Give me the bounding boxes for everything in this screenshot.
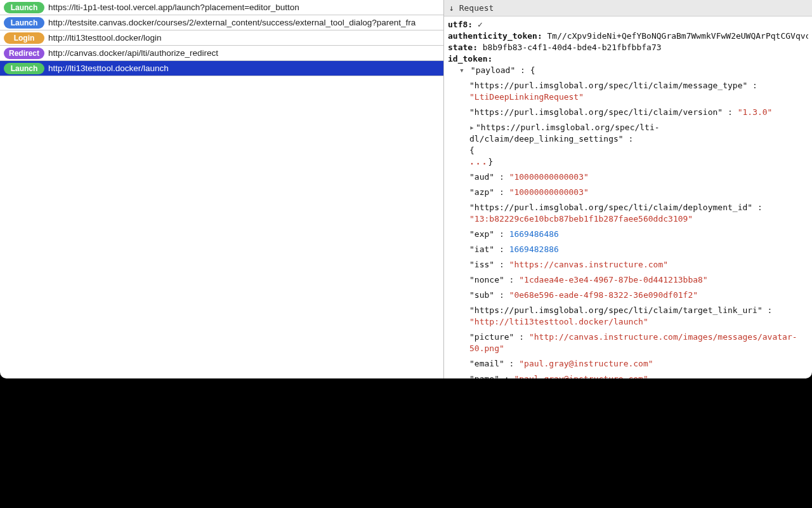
json-entry[interactable]: "iss" : "https://canvas.instructure.com" bbox=[448, 259, 808, 271]
detail-body[interactable]: utf8: ✓ authenticity_token: Tm//cXpv9ide… bbox=[444, 17, 812, 378]
state-field: state: b8b9fb83-c4f1-40d4-bde4-b21fbfbbf… bbox=[448, 42, 808, 53]
json-value: "0e68e596-eade-4f98-8322-36e090df01f2" bbox=[509, 290, 698, 300]
check-icon: ✓ bbox=[478, 20, 483, 29]
json-value: "paul.gray@instructure.com" bbox=[519, 359, 653, 368]
state-label: state: bbox=[448, 43, 478, 52]
json-value: 1669482886 bbox=[509, 244, 559, 254]
request-tag-badge: Launch bbox=[4, 17, 44, 29]
json-key: "https://purl.imsglobal.org/spec/lti/cla… bbox=[469, 203, 752, 212]
request-url: http://lti13testtool.docker/launch bbox=[48, 64, 169, 73]
json-key: "https://purl.imsglobal.org/spec/lti/cla… bbox=[469, 305, 763, 315]
json-key: "sub" bbox=[469, 290, 494, 300]
brace-open: { bbox=[530, 65, 535, 75]
request-row[interactable]: Launchhttps://lti-1p1-test-tool.vercel.a… bbox=[0, 0, 443, 15]
json-entry[interactable]: "email" : "paul.gray@instructure.com" bbox=[448, 358, 808, 370]
request-url: http://lti13testtool.docker/login bbox=[48, 33, 162, 43]
json-entry[interactable]: ▸"https://purl.imsglobal.org/spec/lti-dl… bbox=[448, 122, 808, 168]
request-detail-panel: ↓ Request utf8: ✓ authenticity_token: Tm… bbox=[444, 0, 812, 378]
auth-token-label: authenticity_token: bbox=[448, 31, 542, 41]
json-key: "iss" bbox=[469, 260, 494, 269]
utf8-field: utf8: ✓ bbox=[448, 19, 808, 30]
request-list: Launchhttps://lti-1p1-test-tool.vercel.a… bbox=[0, 0, 444, 378]
json-key: "exp" bbox=[469, 229, 494, 239]
id-token-label: id_token: bbox=[448, 54, 492, 64]
request-direction-icon: ↓ bbox=[449, 3, 454, 13]
json-key: "https://purl.imsglobal.org/spec/lti/cla… bbox=[469, 81, 747, 90]
json-value: "10000000000003" bbox=[509, 187, 589, 197]
request-tag-badge: Launch bbox=[4, 2, 44, 13]
json-value: "13:b82229c6e10bcb87beb1f1b287faee560ddc… bbox=[469, 214, 693, 224]
id-token-field: id_token: bbox=[448, 53, 808, 65]
json-key: "aud" bbox=[469, 172, 494, 182]
request-url: http://testsite.canvas.docker/courses/2/… bbox=[48, 18, 416, 27]
json-key: "picture" bbox=[469, 332, 514, 342]
json-entry[interactable]: "https://purl.imsglobal.org/spec/lti/cla… bbox=[448, 305, 808, 328]
json-key: "iat" bbox=[469, 244, 494, 254]
state-value: b8b9fb83-c4f1-40d4-bde4-b21fbfbbfa73 bbox=[483, 43, 662, 52]
payload-node[interactable]: ▾ "payload" : { bbox=[448, 65, 808, 76]
payload-key: "payload" bbox=[471, 65, 515, 75]
request-row[interactable]: Launchhttp://lti13testtool.docker/launch bbox=[0, 61, 443, 76]
json-value: "https://canvas.instructure.com" bbox=[509, 260, 668, 269]
json-entry[interactable]: "aud" : "10000000000003" bbox=[448, 171, 808, 183]
request-tag-badge: Launch bbox=[4, 63, 44, 74]
json-value: "LtiDeepLinkingRequest" bbox=[469, 92, 584, 102]
caret-right-icon[interactable]: ▸ bbox=[469, 122, 476, 133]
request-tag-badge: Login bbox=[4, 32, 44, 44]
json-key: "nonce" bbox=[469, 275, 504, 284]
json-tree: ▾ "payload" : { "https://purl.imsglobal.… bbox=[448, 65, 808, 378]
json-entry[interactable]: "name" : "paul.gray@instructure.com" bbox=[448, 373, 808, 378]
json-entry[interactable]: "https://purl.imsglobal.org/spec/lti/cla… bbox=[448, 107, 808, 118]
json-entry[interactable]: "picture" : "http://canvas.instructure.c… bbox=[448, 331, 808, 354]
detail-title: Request bbox=[459, 3, 494, 13]
request-url: http://canvas.docker/api/lti/authorize_r… bbox=[48, 48, 218, 58]
json-value: 1669486486 bbox=[509, 229, 559, 239]
json-key: "azp" bbox=[469, 187, 494, 197]
json-value: "1cdaea4e-e3e4-4967-87be-0d441213bba8" bbox=[519, 275, 707, 284]
detail-header: ↓ Request bbox=[444, 0, 812, 17]
json-key: "email" bbox=[469, 359, 504, 368]
caret-down-icon[interactable]: ▾ bbox=[459, 65, 466, 76]
json-value: "1.3.0" bbox=[738, 107, 773, 117]
json-value: "http://lti13testtool.docker/launch" bbox=[469, 317, 648, 326]
json-entry[interactable]: "exp" : 1669486486 bbox=[448, 229, 808, 240]
json-value: "paul.gray@instructure.com" bbox=[514, 374, 648, 378]
json-entry[interactable]: "https://purl.imsglobal.org/spec/lti/cla… bbox=[448, 80, 808, 103]
json-entry[interactable]: "nonce" : "1cdaea4e-e3e4-4967-87be-0d441… bbox=[448, 274, 808, 286]
colon: : bbox=[520, 65, 530, 75]
request-tag-badge: Redirect bbox=[4, 48, 44, 59]
auth-token-value: Tm//cXpv9ideNi+QefYBoNQGraBm7WwmkVFwW2eU… bbox=[547, 31, 808, 41]
json-key: "https://purl.imsglobal.org/spec/lti/cla… bbox=[469, 107, 723, 117]
json-value: "10000000000003" bbox=[509, 172, 589, 182]
json-key: "name" bbox=[469, 374, 499, 378]
utf8-label: utf8: bbox=[448, 20, 473, 29]
json-entry[interactable]: "iat" : 1669482886 bbox=[448, 244, 808, 255]
json-entry[interactable]: "https://purl.imsglobal.org/spec/lti/cla… bbox=[448, 202, 808, 225]
request-row[interactable]: Launchhttp://testsite.canvas.docker/cour… bbox=[0, 15, 443, 30]
app-window: Launchhttps://lti-1p1-test-tool.vercel.a… bbox=[0, 0, 812, 378]
request-row[interactable]: Loginhttp://lti13testtool.docker/login bbox=[0, 30, 443, 46]
request-url: https://lti-1p1-test-tool.vercel.app/lau… bbox=[48, 3, 299, 12]
ellipsis-icon[interactable]: ... bbox=[469, 157, 488, 166]
auth-token-field: authenticity_token: Tm//cXpv9ideNi+QefYB… bbox=[448, 30, 808, 42]
json-entry[interactable]: "azp" : "10000000000003" bbox=[448, 187, 808, 198]
json-entry[interactable]: "sub" : "0e68e596-eade-4f98-8322-36e090d… bbox=[448, 290, 808, 301]
request-row[interactable]: Redirecthttp://canvas.docker/api/lti/aut… bbox=[0, 46, 443, 61]
